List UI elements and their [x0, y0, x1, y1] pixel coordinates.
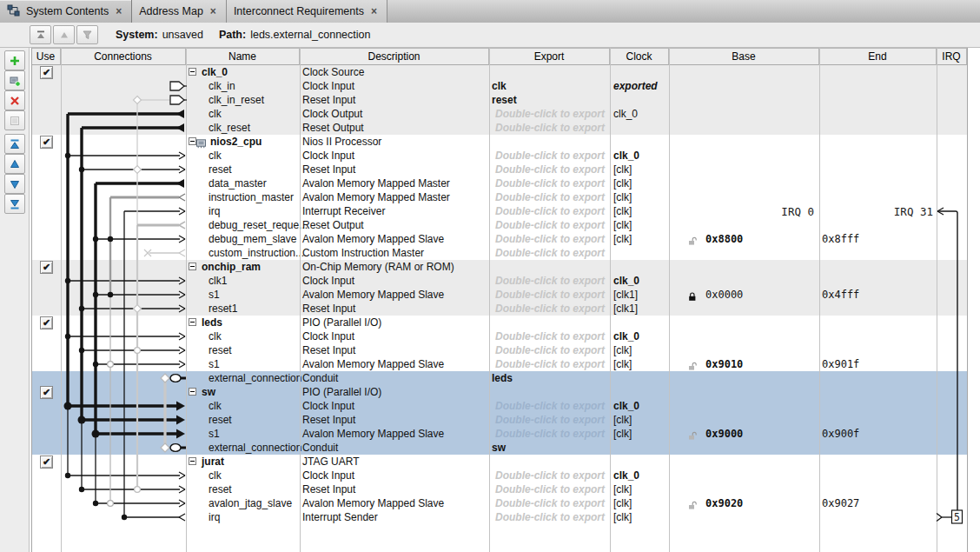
export-placeholder[interactable]: Double-click to export	[492, 246, 605, 260]
table-row[interactable]: clk_inClock Inputclkexported	[31, 79, 967, 93]
use-checkbox[interactable]: ✔	[40, 316, 53, 329]
column-header-end[interactable]: End	[819, 48, 937, 65]
collapse-toggle[interactable]	[189, 263, 196, 270]
export-placeholder[interactable]: Double-click to export	[492, 427, 605, 441]
table-row[interactable]: ✔ledsPIO (Parallel I/O)	[31, 316, 967, 329]
export-placeholder[interactable]: Double-click to export	[492, 288, 605, 302]
export-placeholder[interactable]: Double-click to export	[492, 107, 605, 121]
table-row[interactable]: s1Avalon Memory Mapped SlaveDouble-click…	[31, 288, 967, 302]
table-row[interactable]: debug_reset_reque...Reset OutputDouble-c…	[31, 218, 967, 232]
table-row[interactable]: s1Avalon Memory Mapped SlaveDouble-click…	[31, 427, 967, 441]
clock-select[interactable]: [clk1]	[613, 288, 638, 302]
collapse-toggle[interactable]	[189, 68, 196, 76]
table-row[interactable]: s1Avalon Memory Mapped SlaveDouble-click…	[31, 357, 967, 371]
collapse-toggle[interactable]	[189, 388, 196, 396]
system-contents-table[interactable]: UseConnectionsNameDescriptionExportClock…	[0, 0, 980, 552]
table-row[interactable]: reset1Reset InputDouble-click to export[…	[31, 302, 967, 316]
table-row[interactable]: resetReset InputDouble-click to export[c…	[31, 482, 967, 496]
table-row[interactable]: clkClock InputDouble-click to exportclk_…	[31, 329, 967, 343]
table-row[interactable]: external_connectionConduitsw	[31, 441, 967, 455]
export-placeholder[interactable]: Double-click to export	[492, 218, 605, 232]
base-address[interactable]: 0x9020	[705, 496, 743, 510]
export-placeholder[interactable]: Double-click to export	[492, 329, 605, 343]
column-header-name[interactable]: Name	[186, 48, 300, 65]
export-placeholder[interactable]: Double-click to export	[492, 510, 605, 524]
export-placeholder[interactable]: Double-click to export	[492, 121, 605, 135]
table-row[interactable]: external_connectionConduitleds	[31, 371, 967, 385]
column-header-clock[interactable]: Clock	[610, 48, 669, 65]
table-row[interactable]: instruction_masterAvalon Memory Mapped M…	[31, 190, 967, 204]
export-placeholder[interactable]: Double-click to export	[492, 357, 605, 371]
table-row[interactable]: irqInterrupt ReceiverDouble-click to exp…	[31, 204, 967, 218]
table-row[interactable]: resetReset InputDouble-click to export[c…	[31, 163, 967, 176]
base-address[interactable]: 0x9010	[705, 357, 743, 371]
export-placeholder[interactable]: Double-click to export	[492, 274, 605, 288]
clock-select[interactable]: clk_0	[613, 274, 639, 288]
table-row[interactable]: clk1Clock InputDouble-click to exportclk…	[31, 274, 967, 288]
table-row[interactable]: ✔clk_0Clock Source	[31, 65, 967, 79]
export-placeholder[interactable]: Double-click to export	[492, 496, 605, 510]
use-checkbox[interactable]: ✔	[40, 66, 53, 79]
column-header-use[interactable]: Use	[31, 48, 61, 65]
base-address[interactable]: 0x0000	[705, 288, 743, 302]
export-value[interactable]: leds	[492, 371, 513, 385]
table-row[interactable]: ✔swPIO (Parallel I/O)	[31, 385, 967, 399]
export-placeholder[interactable]: Double-click to export	[492, 149, 605, 163]
clock-select[interactable]: [clk]	[613, 232, 632, 246]
clock-select[interactable]: exported	[613, 79, 658, 93]
use-checkbox[interactable]: ✔	[40, 136, 53, 149]
use-checkbox[interactable]: ✔	[40, 456, 53, 469]
export-placeholder[interactable]: Double-click to export	[492, 469, 605, 482]
export-placeholder[interactable]: Double-click to export	[492, 232, 605, 246]
clock-select[interactable]: clk_0	[613, 107, 638, 121]
table-row[interactable]: clk_resetReset OutputDouble-click to exp…	[31, 121, 967, 135]
clock-select[interactable]: [clk]	[613, 218, 632, 232]
clock-select[interactable]: [clk1]	[613, 302, 638, 316]
collapse-toggle[interactable]	[189, 318, 196, 326]
column-header-description[interactable]: Description	[300, 48, 489, 65]
clock-select[interactable]: [clk]	[613, 427, 632, 441]
column-header-export[interactable]: Export	[489, 48, 610, 65]
export-placeholder[interactable]: Double-click to export	[492, 413, 605, 427]
table-row[interactable]: resetReset InputDouble-click to export[c…	[31, 413, 967, 427]
export-placeholder[interactable]: Double-click to export	[492, 343, 605, 357]
clock-select[interactable]: clk_0	[613, 329, 639, 343]
export-value[interactable]: clk	[492, 79, 507, 93]
table-row[interactable]: clkClock InputDouble-click to exportclk_…	[31, 469, 967, 482]
table-row[interactable]: ✔onchip_ramOn-Chip Memory (RAM or ROM)	[31, 260, 967, 274]
table-row[interactable]: clkClock InputDouble-click to exportclk_…	[31, 149, 967, 163]
table-row[interactable]: data_masterAvalon Memory Mapped MasterDo…	[31, 176, 967, 190]
column-header-base[interactable]: Base	[669, 48, 819, 65]
table-row[interactable]: clkClock OutputDouble-click to exportclk…	[31, 107, 967, 121]
clock-select[interactable]: [clk]	[613, 163, 632, 176]
use-checkbox[interactable]: ✔	[40, 261, 53, 274]
export-placeholder[interactable]: Double-click to export	[492, 482, 605, 496]
clock-select[interactable]: clk_0	[613, 149, 639, 163]
column-header-connections[interactable]: Connections	[61, 48, 186, 65]
column-header-irq[interactable]: IRQ	[937, 48, 967, 65]
clock-select[interactable]: [clk]	[613, 190, 632, 204]
export-placeholder[interactable]: Double-click to export	[492, 190, 605, 204]
base-address[interactable]: 0x8800	[705, 232, 743, 246]
table-row[interactable]: resetReset InputDouble-click to export[c…	[31, 343, 967, 357]
clock-select[interactable]: [clk]	[613, 204, 632, 218]
export-placeholder[interactable]: Double-click to export	[492, 204, 605, 218]
clock-select[interactable]: [clk]	[613, 176, 632, 190]
table-row[interactable]: avalon_jtag_slaveAvalon Memory Mapped Sl…	[31, 496, 967, 510]
table-row[interactable]: clkClock InputDouble-click to exportclk_…	[31, 399, 967, 413]
clock-select[interactable]: [clk]	[613, 496, 632, 510]
collapse-toggle[interactable]	[189, 457, 196, 465]
export-placeholder[interactable]: Double-click to export	[492, 302, 605, 316]
clock-select[interactable]: [clk]	[613, 343, 632, 357]
export-placeholder[interactable]: Double-click to export	[492, 399, 605, 413]
table-row[interactable]: clk_in_resetReset Inputreset	[31, 93, 967, 107]
base-address[interactable]: 0x9000	[705, 427, 743, 441]
export-value[interactable]: reset	[492, 93, 517, 107]
clock-select[interactable]: [clk]	[613, 357, 632, 371]
clock-select[interactable]: clk_0	[613, 469, 639, 482]
export-value[interactable]: sw	[492, 441, 506, 455]
clock-select[interactable]: [clk]	[613, 482, 632, 496]
table-row[interactable]: irqInterrupt SenderDouble-click to expor…	[31, 510, 967, 524]
export-placeholder[interactable]: Double-click to export	[492, 163, 605, 176]
table-row[interactable]: ✔nios2_cpuNios II Processor	[31, 135, 967, 149]
